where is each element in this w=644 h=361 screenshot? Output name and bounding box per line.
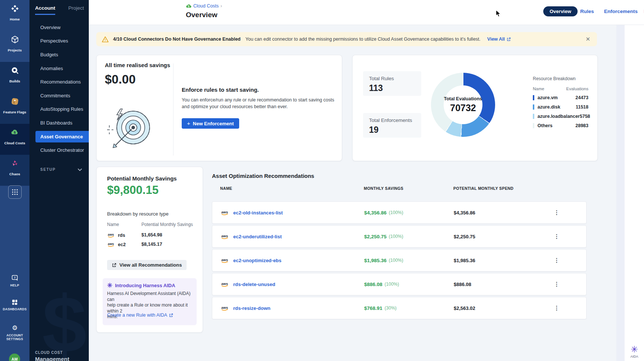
table-row-ec2-old-instances-list[interactable]: aws ec2-old-instances-list $4,356.86(100… xyxy=(212,201,587,224)
legend-row: Others 28983 xyxy=(533,123,588,128)
savings-percent: (100%) xyxy=(389,234,403,239)
row-menu-kebab-icon[interactable]: ⋮ xyxy=(553,249,560,271)
legend-row: azure.vm 24473 xyxy=(533,95,588,100)
banner-message: You can edit connector to add the missin… xyxy=(246,37,481,42)
rail-item-cloud-costs[interactable]: $ Cloud Costs xyxy=(0,124,29,155)
scrollbar[interactable] xyxy=(616,25,625,361)
create-rule-with-aida-link[interactable]: Create a new Rule with AIDA xyxy=(107,313,173,318)
governance-warning-banner: ! 4/10 Cloud Connectors Do Not Have Gove… xyxy=(96,32,597,46)
aida-flower-icon: ✳ xyxy=(627,345,642,354)
tab-enforcements[interactable]: Enforcements xyxy=(604,9,638,14)
legend-title: Resource Breakdown xyxy=(533,76,588,81)
module-switcher-button[interactable] xyxy=(8,185,22,199)
breadcrumb-separator: › xyxy=(221,3,222,9)
row-menu-kebab-icon[interactable]: ⋮ xyxy=(553,202,560,223)
total-rules-value: 113 xyxy=(369,83,383,93)
rail-item-home[interactable]: Home xyxy=(0,0,29,31)
legend-color-azure-loadbalancer xyxy=(533,114,534,119)
resource-breakdown-legend: Resource Breakdown Name Evaluations azur… xyxy=(533,76,588,128)
view-all-recommendations-button[interactable]: View all Recommendations xyxy=(107,260,187,270)
rail-item-chaos[interactable]: Chaos xyxy=(0,155,29,186)
tab-overview[interactable]: Overview xyxy=(543,6,578,16)
rule-link[interactable]: ec2-old-instances-list xyxy=(233,210,283,216)
monthly-spend-value: $2,250.75 xyxy=(454,226,475,247)
account-settings-button[interactable]: ⚙ ACCOUNT SETTINGS xyxy=(0,324,29,341)
sidebar-item-perspectives[interactable]: Perspectives xyxy=(29,34,89,48)
view-all-link[interactable]: View All xyxy=(487,37,511,42)
sidebar-item-anomalies[interactable]: Anomalies xyxy=(29,62,89,75)
rule-link[interactable]: rds-delete-unused xyxy=(233,282,275,287)
potential-savings-amount: $9,800.15 xyxy=(107,183,159,197)
tab-rules[interactable]: Rules xyxy=(580,9,594,14)
user-avatar[interactable]: AM xyxy=(9,354,20,361)
total-enforcements-tile: Total Enforcements 19 xyxy=(363,113,421,138)
breadcrumb-cloud-costs[interactable]: Cloud Costs xyxy=(193,3,219,9)
tab-project[interactable]: Project xyxy=(68,5,84,15)
setup-section-toggle[interactable]: SETUP xyxy=(40,167,82,172)
rule-link[interactable]: ec2-unoptimized-ebs xyxy=(233,258,281,263)
rail-item-builds[interactable]: Builds xyxy=(0,62,29,93)
sidebar-item-cluster-orchestrator[interactable]: Cluster Orchestrator xyxy=(29,143,89,157)
donut-center-label: Total Evaluations xyxy=(431,96,495,101)
sidebar-item-asset-governance[interactable]: Asset Governance xyxy=(35,131,89,142)
monthly-spend-value: $886.08 xyxy=(454,273,471,295)
legend-col-evaluations: Evaluations xyxy=(566,87,588,91)
total-rules-tile: Total Rules 113 xyxy=(363,71,421,96)
chaos-icon xyxy=(0,159,29,167)
enforce-title: Enforce rules to start saving. xyxy=(182,87,259,93)
rail-item-feature-flags[interactable]: Feature Flags xyxy=(0,93,29,124)
aida-flower-icon: ✳ xyxy=(107,282,112,289)
tab-account[interactable]: Account xyxy=(35,5,55,15)
cloud-costs-icon: $ xyxy=(186,4,191,8)
sidebar-item-commitments[interactable]: Commitments xyxy=(29,89,89,103)
sidebar-item-budgets[interactable]: Budgets xyxy=(29,48,89,62)
external-link-icon xyxy=(169,313,173,317)
realised-savings-card: All time realised savings $0.00 Enf xyxy=(96,55,342,161)
help-button[interactable]: ? HELP xyxy=(0,274,29,287)
close-icon[interactable]: ✕ xyxy=(585,36,590,43)
target-illustration xyxy=(106,106,153,152)
legend-color-azure-vm xyxy=(533,95,534,100)
potential-savings-title: Potential Monthly Savings xyxy=(107,175,177,182)
svg-text:$: $ xyxy=(188,5,190,8)
table-row-rds-resize-down[interactable]: aws rds-resize-down $768.91(30%) $2,563.… xyxy=(212,297,587,319)
sidebar-item-autostopping-rules[interactable]: AutoStopping Rules xyxy=(29,103,89,116)
svg-text:aws: aws xyxy=(221,210,228,214)
col-monthly-savings: MONTHLY SAVINGS xyxy=(364,186,403,191)
main-content: ! 4/10 Cloud Connectors Do Not Have Gove… xyxy=(89,25,616,361)
table-row-rds-delete-unused[interactable]: aws rds-delete-unused $886.08(100%) $886… xyxy=(212,273,587,295)
evaluations-donut-chart: Total Evaluations 70732 xyxy=(431,73,495,137)
aida-floating-button[interactable]: ✳ AIDA xyxy=(627,345,642,358)
monthly-savings-value: $768.91 xyxy=(364,305,382,311)
banner-title: 4/10 Cloud Connectors Do Not Have Govern… xyxy=(113,37,241,42)
new-enforcement-button[interactable]: + New Enforcement xyxy=(182,118,239,129)
row-menu-kebab-icon[interactable]: ⋮ xyxy=(553,273,560,295)
row-menu-kebab-icon[interactable]: ⋮ xyxy=(553,297,560,319)
monthly-savings-value: $2,250.75 xyxy=(364,234,387,239)
table-row-ec2-unoptimized-ebs[interactable]: aws ec2-unoptimized-ebs $1,985.36(100%) … xyxy=(212,249,587,271)
table-row-ec2-underutilized-list[interactable]: aws ec2-underutilized-list $2,250.75(100… xyxy=(212,225,587,248)
warning-icon: ! xyxy=(102,36,109,43)
row-menu-kebab-icon[interactable]: ⋮ xyxy=(553,226,560,247)
donut-center-value: 70732 xyxy=(431,103,495,113)
aws-icon: aws xyxy=(221,305,229,311)
sidebar-item-overview[interactable]: Overview xyxy=(29,21,89,34)
svg-text:aws: aws xyxy=(108,233,114,236)
rail-item-projects[interactable]: Projects xyxy=(0,31,29,62)
total-enforcements-value: 19 xyxy=(369,125,379,135)
realised-savings-title: All time realised savings xyxy=(105,62,170,68)
potential-savings-card: Potential Monthly Savings $9,800.15 Brea… xyxy=(96,167,203,333)
page-header: $ Cloud Costs › Overview Overview Rules … xyxy=(89,0,644,25)
rule-link[interactable]: rds-resize-down xyxy=(233,305,271,311)
sidebar-item-bi-dashboards[interactable]: BI Dashboards xyxy=(29,116,89,130)
legend-row: azure.disk 11518 xyxy=(533,104,588,110)
rule-link[interactable]: ec2-underutilized-list xyxy=(233,234,282,239)
breakdown-col-name: Name xyxy=(107,222,119,227)
help-chat-icon: ? xyxy=(0,274,29,282)
dashboards-button[interactable]: DASHBOARDS xyxy=(0,299,29,311)
aida-title-link[interactable]: ✳ Introducing Harness AIDA xyxy=(107,282,175,289)
sidebar-item-recommendations[interactable]: Recommendations xyxy=(29,75,89,89)
breakdown-row-ec2: aws ec2 xyxy=(107,242,126,247)
breakdown-value-ec2: $8,145.17 xyxy=(141,242,162,247)
feature-flags-icon xyxy=(0,97,29,106)
